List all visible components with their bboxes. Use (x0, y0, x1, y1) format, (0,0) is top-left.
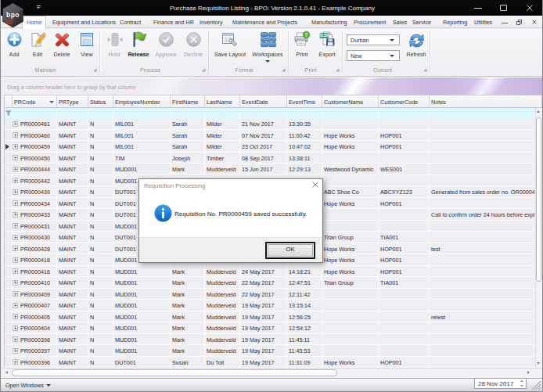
svg-text:bpo: bpo (6, 11, 20, 19)
svg-text:?: ? (305, 32, 308, 38)
svg-text:XLSX: XLSX (320, 34, 329, 38)
